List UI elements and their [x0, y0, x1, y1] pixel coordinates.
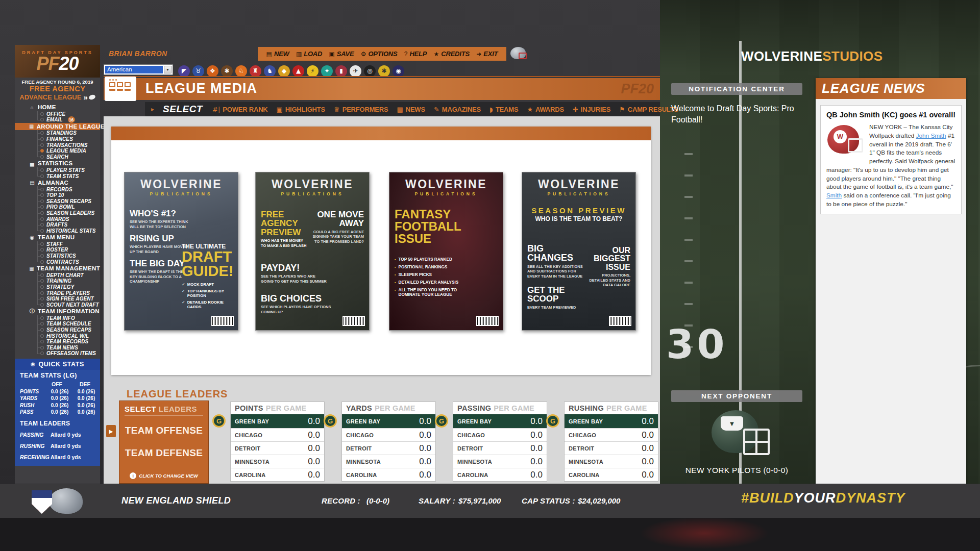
sidebar-item-finances[interactable]: FINANCES	[15, 136, 100, 142]
leader-row-chicago[interactable]: CHICAGO 0.0	[453, 428, 547, 441]
sidebar-item-office[interactable]: OFFICE	[15, 111, 100, 117]
sidebar-item-scout-next-draft[interactable]: SCOUT NEXT DRAFT	[15, 302, 100, 308]
sidebar-item-league-media[interactable]: LEAGUE MEDIA	[15, 148, 100, 154]
sidebar-section-header[interactable]: ▅ STATISTICS	[15, 160, 100, 167]
menu-item-load[interactable]: ▥ LOAD	[296, 50, 322, 58]
sidebar-item-staff[interactable]: STAFF	[15, 241, 100, 247]
sidebar-item-team-news[interactable]: TEAM NEWS	[15, 345, 100, 351]
sidebar-item-contracts[interactable]: CONTRACTS	[15, 259, 100, 265]
menu-item-help[interactable]: ? HELP	[404, 50, 427, 58]
sidebar-item-pro-bowl[interactable]: PRO BOWL	[15, 204, 100, 210]
sidebar-item-sign-free-agent[interactable]: SIGN FREE AGENT	[15, 296, 100, 302]
tab-magazines[interactable]: ✎ MAGAZINES	[434, 106, 481, 113]
tab-awards[interactable]: ★ AWARDS	[527, 106, 564, 113]
team-logo-12[interactable]: ▮	[335, 65, 347, 77]
sidebar-item-historical-w-l[interactable]: HISTORICAL W/L	[15, 333, 100, 339]
team-logo-9[interactable]: ▲	[292, 65, 304, 77]
leader-row-minnesota[interactable]: MINNESOTA 0.0	[342, 455, 435, 468]
sidebar-section-header[interactable]: ▦ AROUND THE LEAGUE	[15, 123, 100, 131]
team-logo-16[interactable]: ◉	[393, 65, 404, 77]
tab-highlights[interactable]: ▣ HIGHLIGHTS	[277, 106, 325, 113]
sidebar-item-team-stats[interactable]: TEAM STATS	[15, 173, 100, 179]
sidebar-item-transactions[interactable]: TRANSACTIONS	[15, 142, 100, 148]
sidebar-item-drafts[interactable]: DRAFTS	[15, 222, 100, 228]
leader-row-carolina[interactable]: CAROLINA 0.0	[231, 468, 324, 481]
team-logo-15[interactable]: ✱	[378, 65, 390, 77]
leader-row-detroit[interactable]: DETROIT 0.0	[453, 441, 547, 455]
sidebar-section-header[interactable]: ⌂ HOME	[15, 104, 100, 111]
team-logo-10[interactable]: ⚡	[307, 65, 318, 77]
team-logo-6[interactable]: ♜	[250, 65, 261, 77]
leader-row-green-bay[interactable]: GREEN BAY 0.0	[565, 414, 658, 428]
sidebar-item-awards[interactable]: AWARDS	[15, 216, 100, 222]
sidebar-item-search[interactable]: SEARCH	[15, 154, 100, 160]
team-logo-4[interactable]: ✱	[221, 65, 233, 77]
tab-power-rank[interactable]: #| POWER RANK	[212, 106, 268, 113]
leader-row-chicago[interactable]: CHICAGO 0.0	[231, 428, 324, 441]
sidebar-item-training[interactable]: TRAINING	[15, 278, 100, 284]
tab-injuries[interactable]: ✚ INJURIES	[573, 106, 610, 113]
leader-row-chicago[interactable]: CHICAGO 0.0	[565, 428, 658, 441]
tab-teams[interactable]: ◗ TEAMS	[489, 106, 518, 113]
chevron-down-icon[interactable]: ▼	[164, 66, 172, 73]
sidebar-item-email[interactable]: EMAIL 16	[15, 117, 100, 123]
leader-row-minnesota[interactable]: MINNESOTA 0.0	[565, 455, 658, 468]
menu-item-new[interactable]: ▤ NEW	[266, 50, 289, 58]
sidebar-item-roster[interactable]: ROSTER	[15, 247, 100, 253]
news-article[interactable]: QB John Smith (KC) goes #1 overall! W NE…	[820, 105, 962, 214]
team-logo-2[interactable]: ♉	[192, 65, 204, 77]
leader-row-minnesota[interactable]: MINNESOTA 0.0	[453, 455, 547, 468]
team-logo-11[interactable]: ✦	[321, 65, 333, 77]
leader-row-detroit[interactable]: DETROIT 0.0	[342, 441, 435, 455]
sidebar-section-header[interactable]: ⓘ TEAM INFORMATION	[15, 308, 100, 315]
sidebar-item-team-info[interactable]: TEAM INFO	[15, 315, 100, 321]
sidebar-item-statistics[interactable]: STATISTICS	[15, 253, 100, 259]
advance-league-button[interactable]: ADVANCE LEAGUE »	[15, 93, 100, 102]
leader-row-detroit[interactable]: DETROIT 0.0	[565, 441, 658, 455]
sidebar-item-offseason-items[interactable]: OFFSEASON ITEMS	[15, 350, 100, 357]
team-logo-5[interactable]: ♘	[235, 65, 247, 77]
menu-item-save[interactable]: ▣ SAVE	[329, 50, 354, 58]
team-logo-8[interactable]: ◆	[278, 65, 290, 77]
leader-row-minnesota[interactable]: MINNESOTA 0.0	[231, 455, 324, 468]
user-team[interactable]	[510, 47, 531, 59]
sidebar-section-header[interactable]: ▤ ALMANAC	[15, 179, 100, 187]
sidebar-item-season-recaps[interactable]: SEASON RECAPS	[15, 327, 100, 333]
sidebar-item-team-records[interactable]: TEAM RECORDS	[15, 339, 100, 345]
sidebar-item-season-leaders[interactable]: SEASON LEADERS	[15, 210, 100, 216]
sidebar-item-team-schedule[interactable]: TEAM SCHEDULE	[15, 321, 100, 327]
sidebar-item-top-10[interactable]: TOP 10	[15, 192, 100, 198]
leader-row-carolina[interactable]: CAROLINA 0.0	[453, 468, 547, 481]
sidebar-item-historical-stats[interactable]: HISTORICAL STATS	[15, 228, 100, 234]
player-link[interactable]: Smith	[826, 192, 842, 199]
team-logo-14[interactable]: ◎	[364, 65, 376, 77]
sidebar-item-standings[interactable]: STANDINGS	[15, 130, 100, 136]
tab-camp-results[interactable]: ⚑ CAMP RESULTS	[619, 106, 678, 113]
team-logo-1[interactable]: ◤	[178, 65, 190, 77]
tab-performers[interactable]: ♛ PERFORMERS	[334, 106, 388, 113]
conference-select[interactable]: American ▼	[104, 64, 173, 75]
sidebar-item-depth-chart[interactable]: DEPTH CHART	[15, 272, 100, 278]
sidebar-item-trade-players[interactable]: TRADE PLAYERS	[15, 290, 100, 296]
sidebar-item-records[interactable]: RECORDS	[15, 186, 100, 192]
tab-news[interactable]: ▤ NEWS	[397, 106, 425, 113]
leader-row-chicago[interactable]: CHICAGO 0.0	[342, 428, 435, 441]
sidebar-section-header[interactable]: ◉ TEAM MENU	[15, 234, 100, 241]
menu-item-exit[interactable]: ➜ EXIT	[476, 50, 498, 58]
leader-row-green-bay[interactable]: GREEN BAY 0.0	[453, 414, 547, 428]
sidebar-item-strategy[interactable]: STRATEGY	[15, 284, 100, 290]
menu-item-credits[interactable]: ★ CREDITS	[433, 50, 469, 58]
leader-row-green-bay[interactable]: GREEN BAY 0.0	[231, 414, 324, 428]
sidebar-section-header[interactable]: ▦ TEAM MANAGEMENT	[15, 265, 100, 272]
leader-row-green-bay[interactable]: GREEN BAY 0.0	[342, 414, 435, 428]
leader-row-carolina[interactable]: CAROLINA 0.0	[342, 468, 435, 481]
leader-row-detroit[interactable]: DETROIT 0.0	[231, 441, 324, 455]
team-logo-13[interactable]: ✈	[350, 65, 361, 77]
sidebar-item-season-recaps[interactable]: SEASON RECAPS	[15, 198, 100, 205]
menu-item-options[interactable]: ⚙ OPTIONS	[361, 50, 398, 58]
leader-row-carolina[interactable]: CAROLINA 0.0	[565, 468, 658, 481]
sidebar-item-player-stats[interactable]: PLAYER STATS	[15, 167, 100, 173]
player-link[interactable]: John Smith	[916, 132, 946, 139]
team-logo-3[interactable]: ❖	[207, 65, 218, 77]
team-logo-7[interactable]: ♞	[264, 65, 276, 77]
